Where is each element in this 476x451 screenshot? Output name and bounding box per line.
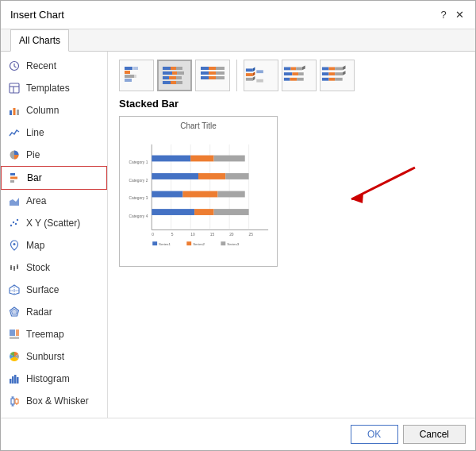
sidebar-item-radar[interactable]: Radar [1, 301, 107, 323]
chart-preview-box: Chart Title Category 1 Category 2 Catego… [119, 116, 278, 267]
svg-rect-43 [15, 399, 18, 403]
sidebar-item-surface[interactable]: Surface [1, 279, 107, 301]
sidebar-item-xy-scatter[interactable]: X Y (Scatter) [1, 212, 107, 234]
chart-type-divider [236, 60, 237, 91]
chart-option-3d-stacked-bar[interactable] [282, 60, 317, 91]
tab-all-charts[interactable]: All Charts [10, 29, 69, 52]
svg-rect-107 [322, 72, 329, 75]
sidebar-label-templates: Templates [26, 83, 70, 94]
svg-rect-138 [182, 191, 217, 198]
svg-rect-111 [322, 78, 329, 81]
svg-rect-95 [296, 67, 302, 71]
svg-rect-141 [194, 209, 213, 215]
map-chart-icon [7, 238, 21, 252]
chart-option-100-stacked-bar[interactable] [195, 60, 230, 91]
svg-text:Category 1: Category 1 [129, 160, 148, 164]
svg-rect-93 [284, 67, 291, 71]
sidebar-label-box-whisker: Box & Whisker [26, 395, 89, 407]
svg-rect-66 [176, 67, 182, 70]
svg-rect-67 [163, 71, 172, 75]
svg-text:25: 25 [249, 233, 254, 237]
sidebar-item-sunburst[interactable]: Sunburst [1, 345, 107, 368]
svg-rect-108 [329, 72, 336, 75]
svg-point-17 [17, 219, 18, 221]
sidebar-label-bar: Bar [27, 172, 42, 183]
svg-rect-105 [335, 67, 343, 71]
svg-rect-77 [209, 67, 216, 70]
column-chart-icon [7, 103, 21, 118]
chart-preview-area: Chart Title Category 1 Category 2 Catego… [119, 116, 464, 267]
sidebar-label-surface: Surface [26, 284, 59, 295]
svg-rect-61 [125, 79, 132, 82]
svg-rect-91 [256, 70, 263, 73]
svg-rect-60 [125, 75, 134, 78]
bar-chart-icon [8, 171, 22, 185]
svg-rect-103 [322, 67, 329, 71]
chart-option-stacked-bar[interactable] [157, 60, 192, 91]
svg-marker-86 [253, 67, 255, 72]
sidebar-item-column[interactable]: Column [1, 99, 107, 121]
svg-text:Category 2: Category 2 [129, 179, 148, 183]
svg-rect-100 [284, 78, 290, 81]
insert-chart-dialog: Insert Chart ? ✕ All Charts Recent [0, 0, 476, 451]
chart-option-3d-100-bar[interactable] [320, 60, 355, 91]
cancel-button[interactable]: Cancel [403, 425, 466, 444]
svg-rect-34 [10, 379, 12, 384]
sidebar-label-radar: Radar [26, 306, 52, 318]
chart-type-name: Stacked Bar [119, 98, 464, 110]
help-button[interactable]: ? [437, 9, 450, 21]
sidebar-item-stock[interactable]: Stock [1, 256, 107, 279]
svg-rect-79 [201, 71, 209, 75]
svg-rect-143 [152, 241, 157, 245]
stock-chart-icon [7, 260, 21, 275]
sidebar-label-pie: Pie [26, 149, 40, 160]
svg-rect-30 [10, 330, 15, 336]
svg-rect-32 [10, 337, 19, 339]
close-button[interactable]: ✕ [453, 9, 466, 21]
svg-rect-113 [335, 78, 343, 81]
sidebar-label-column: Column [26, 105, 59, 116]
sidebar-item-histogram[interactable]: Histogram [1, 368, 107, 390]
chart-option-3d-clustered-bar[interactable] [244, 60, 278, 91]
sidebar-item-treemap[interactable]: Treemap [1, 323, 107, 345]
svg-rect-139 [217, 191, 244, 198]
svg-text:0: 0 [152, 233, 154, 237]
sidebar-item-map[interactable]: Map [1, 234, 107, 256]
sidebar-item-area[interactable]: Area [1, 190, 107, 212]
svg-text:5: 5 [171, 233, 174, 237]
sidebar: Recent Templates Column Li [1, 52, 108, 418]
ok-button[interactable]: OK [351, 425, 398, 444]
sidebar-item-box-whisker[interactable]: Box & Whisker [1, 390, 107, 412]
sidebar-label-histogram: Histogram [26, 373, 70, 384]
svg-rect-131 [152, 156, 190, 162]
svg-rect-68 [172, 71, 177, 75]
sidebar-label-sunburst: Sunburst [26, 351, 64, 362]
svg-rect-65 [171, 67, 176, 70]
svg-rect-78 [216, 67, 225, 70]
svg-rect-94 [291, 67, 297, 71]
sidebar-label-xy-scatter: X Y (Scatter) [26, 218, 80, 229]
svg-rect-37 [17, 377, 19, 384]
svg-marker-90 [253, 76, 255, 81]
sidebar-item-templates[interactable]: Templates [1, 77, 107, 99]
svg-rect-102 [297, 78, 304, 81]
sidebar-item-recent[interactable]: Recent [1, 55, 107, 77]
svg-rect-59 [125, 71, 130, 74]
svg-point-18 [13, 243, 16, 245]
svg-rect-142 [214, 209, 249, 215]
sidebar-item-pie[interactable]: Pie [1, 144, 107, 166]
svg-line-2 [14, 67, 17, 68]
chart-option-clustered-bar[interactable] [119, 60, 154, 91]
svg-rect-36 [14, 375, 17, 384]
svg-rect-12 [10, 180, 14, 183]
scatter-chart-icon [7, 216, 21, 230]
sidebar-item-line[interactable]: Line [1, 121, 107, 144]
sidebar-item-bar[interactable]: Bar [1, 166, 107, 190]
svg-rect-92 [256, 79, 263, 83]
svg-rect-83 [209, 76, 216, 79]
svg-rect-109 [335, 72, 343, 75]
svg-text:Series2: Series2 [193, 242, 205, 246]
svg-rect-147 [221, 241, 225, 245]
sidebar-label-line: Line [26, 127, 44, 138]
sidebar-item-waterfall[interactable]: Waterfall [1, 412, 107, 418]
